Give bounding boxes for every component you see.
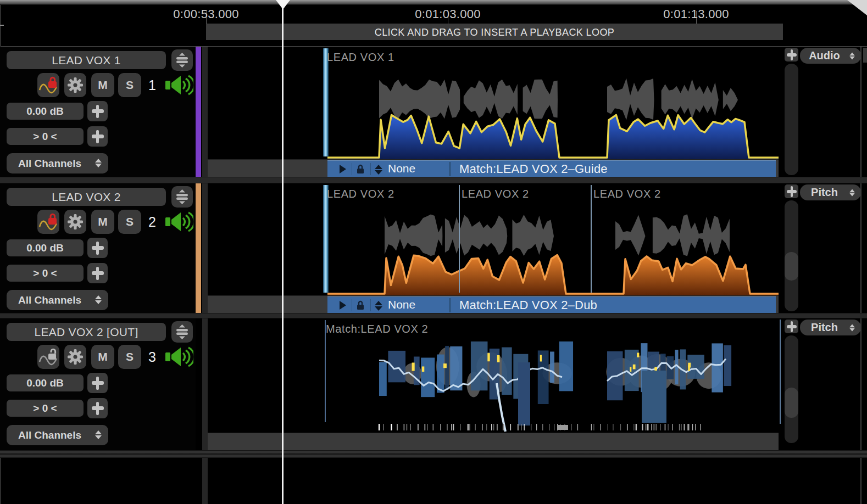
track-content-area[interactable]: Match:LEAD VOX 2 [208, 318, 779, 433]
separator [449, 298, 451, 312]
preset-updown-icon[interactable] [375, 165, 382, 175]
time-offset-field[interactable]: > 0 < [7, 265, 84, 282]
solo-button[interactable]: S [118, 210, 141, 234]
vertical-scrollbar[interactable] [785, 64, 798, 175]
preset-updown-icon[interactable] [375, 301, 382, 311]
track-header: LEAD VOX 2 [0, 183, 196, 313]
channels-dropdown-label: All Channels [18, 158, 81, 169]
speaker-on-icon[interactable] [165, 74, 193, 98]
track-bottom-bar [208, 433, 779, 450]
lock-icon[interactable] [356, 300, 365, 313]
window-top-bar [0, 0, 867, 5]
clip-start-marker[interactable] [323, 185, 329, 293]
track-divider[interactable] [0, 313, 867, 318]
clip-boundary-line[interactable] [459, 185, 460, 293]
waveform-display [208, 47, 779, 159]
solo-button[interactable]: S [118, 73, 141, 97]
gain-crosshair-icon[interactable] [87, 373, 108, 393]
waveform-lock-icon[interactable] [37, 73, 59, 97]
offset-crosshair-icon[interactable] [87, 126, 108, 147]
gear-icon[interactable] [64, 210, 86, 234]
scrollbar-thumb[interactable] [785, 388, 798, 418]
gain-field[interactable]: 0.00 dB [7, 374, 84, 391]
separator [352, 163, 352, 175]
channels-dropdown[interactable]: All Channels [7, 153, 108, 173]
track-number: 2 [143, 210, 162, 234]
mute-button[interactable]: M [91, 345, 114, 369]
waveform-lock-icon[interactable] [37, 210, 59, 234]
track-height-stepper-icon[interactable] [171, 49, 193, 71]
chevron-updown-icon [95, 430, 102, 439]
chevron-updown-icon [95, 159, 102, 167]
view-mode-dropdown[interactable]: Audio [800, 48, 861, 64]
speaker-on-icon[interactable] [165, 346, 193, 370]
clipped-panel-button [863, 48, 867, 63]
clip-start-marker[interactable] [325, 320, 326, 422]
process-control-bar[interactable]: None Match:LEAD VOX 2–Guide [327, 160, 776, 177]
track-name-button[interactable]: LEAD VOX 2 [OUT] [7, 323, 166, 341]
playhead-marker[interactable] [276, 0, 290, 9]
view-mode-dropdown[interactable]: Pitch [800, 184, 861, 200]
channels-dropdown-label: All Channels [18, 429, 81, 441]
waveform-lock-icon[interactable] [37, 345, 59, 369]
track-row: LEAD VOX 1 [0, 47, 867, 177]
scrollbar-thumb[interactable] [785, 252, 798, 281]
playback-loop-bar[interactable]: CLICK AND DRAG TO INSERT A PLAYBACK LOOP [206, 24, 783, 40]
speaker-on-icon[interactable] [165, 211, 193, 235]
process-preset-label[interactable]: None [388, 298, 415, 311]
chevron-updown-icon [849, 189, 855, 197]
track-header: LEAD VOX 2 [OUT] [0, 318, 196, 450]
clip-start-marker[interactable] [323, 48, 329, 156]
track-content-area[interactable]: LEAD VOX 1 [208, 47, 779, 159]
process-preset-label[interactable]: None [388, 162, 415, 175]
track-name-button[interactable]: LEAD VOX 2 [7, 188, 166, 206]
play-icon[interactable] [340, 301, 346, 310]
clip-label: LEAD VOX 2 [462, 188, 529, 200]
solo-button[interactable]: S [118, 345, 141, 369]
vertical-scrollbar[interactable] [785, 335, 798, 443]
gain-crosshair-icon[interactable] [87, 238, 108, 258]
offset-crosshair-icon[interactable] [87, 263, 108, 283]
offset-crosshair-icon[interactable] [87, 398, 108, 418]
process-match-label[interactable]: Match:LEAD VOX 2–Dub [459, 298, 597, 312]
mute-button[interactable]: M [91, 210, 114, 234]
gain-field[interactable]: 0.00 dB [7, 103, 84, 120]
clip-boundary-line[interactable] [591, 185, 592, 293]
process-match-label[interactable]: Match:LEAD VOX 2–Guide [459, 162, 608, 176]
track-bottom-bar: None Match:LEAD VOX 2–Dub [208, 295, 779, 313]
timeline-timestamp: 0:01:13.000 [663, 7, 729, 21]
process-control-bar[interactable]: None Match:LEAD VOX 2–Dub [327, 296, 776, 313]
track-row: LEAD VOX 2 [OUT] [0, 318, 867, 450]
zoom-crosshair-icon[interactable] [785, 48, 798, 61]
lock-icon[interactable] [356, 164, 365, 177]
gain-crosshair-icon[interactable] [87, 101, 108, 121]
track-name-button[interactable]: LEAD VOX 1 [7, 51, 166, 69]
track-height-stepper-icon[interactable] [171, 186, 193, 208]
play-icon[interactable] [340, 165, 346, 173]
time-offset-field[interactable]: > 0 < [7, 128, 84, 145]
chevron-updown-icon [95, 295, 102, 304]
chevron-updown-icon [849, 53, 855, 60]
time-offset-field[interactable]: > 0 < [7, 400, 84, 417]
channels-dropdown[interactable]: All Channels [7, 425, 108, 445]
channels-dropdown[interactable]: All Channels [7, 290, 108, 310]
gain-field[interactable]: 0.00 dB [7, 239, 84, 256]
playhead-line[interactable] [282, 0, 284, 504]
timeline-timestamp: 0:00:53.000 [173, 7, 239, 21]
gear-icon[interactable] [64, 73, 86, 97]
track-divider[interactable] [0, 450, 867, 458]
track-bottom-bar: None Match:LEAD VOX 2–Guide [208, 159, 779, 177]
track-height-stepper-icon[interactable] [171, 321, 193, 343]
zoom-crosshair-icon[interactable] [785, 320, 798, 333]
clip-label: LEAD VOX 2 [593, 188, 661, 200]
track-content-area[interactable]: LEAD VOX 2LEAD VOX 2LEAD VOX 2 [208, 183, 779, 295]
mute-button[interactable]: M [91, 73, 114, 97]
track-number: 3 [143, 345, 162, 369]
vertical-scrollbar[interactable] [785, 200, 798, 311]
gear-icon[interactable] [64, 345, 86, 369]
track-divider[interactable] [0, 177, 867, 183]
left-edge-tick [0, 25, 4, 26]
clip-end-marker [780, 320, 781, 424]
view-mode-dropdown[interactable]: Pitch [800, 320, 861, 335]
zoom-crosshair-icon[interactable] [785, 184, 798, 198]
